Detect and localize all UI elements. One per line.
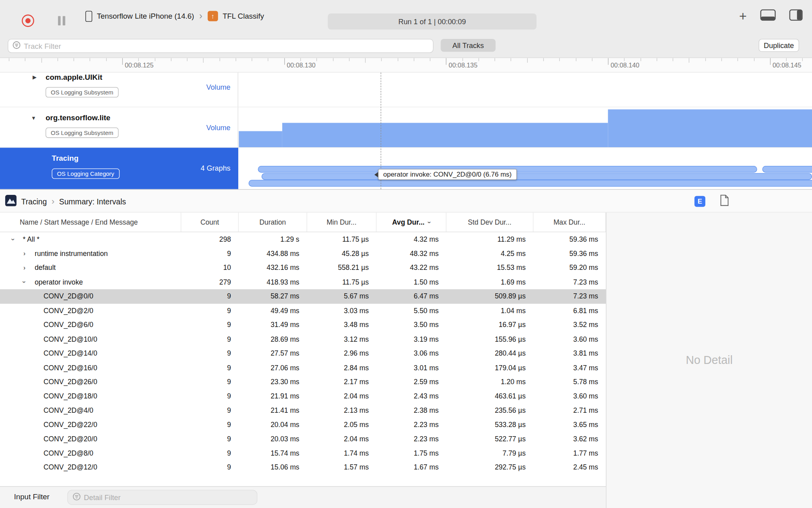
row-name-cell[interactable]: ›default: [0, 261, 181, 275]
column-header-min-dur[interactable]: Min Dur...: [307, 213, 377, 232]
record-button[interactable]: [22, 15, 34, 27]
input-filter-label[interactable]: Input Filter: [14, 493, 49, 501]
table-row[interactable]: CONV_2D@10/0928.69 ms3.12 ms3.19 ms155.9…: [0, 332, 606, 346]
row-name-cell[interactable]: ›* All *: [0, 232, 181, 246]
device-target-chooser[interactable]: Tensorflow Lite iPhone (14.6) › ↑ TFL Cl…: [86, 0, 264, 32]
row-name-cell[interactable]: ›runtime instrumentation: [0, 246, 181, 261]
column-header-max-dur[interactable]: Max Dur...: [533, 213, 606, 232]
disclosure-right-icon[interactable]: ▶: [33, 74, 36, 80]
column-header-duration[interactable]: Duration: [239, 213, 307, 232]
toggle-right-pane-button[interactable]: [789, 10, 803, 23]
toggle-bottom-pane-button[interactable]: [760, 10, 776, 23]
row-name-cell[interactable]: CONV_2D@16/0: [0, 360, 181, 375]
column-header-std-dev-dur[interactable]: Std Dev Dur...: [446, 213, 533, 232]
track-meta[interactable]: Volume: [206, 83, 230, 91]
row-name-cell[interactable]: CONV_2D@6/0: [0, 318, 181, 332]
row-avg-cell: 3.19 ms: [377, 335, 446, 343]
table-row[interactable]: CONV_2D@22/0920.04 ms2.05 ms2.23 ms533.2…: [0, 418, 606, 432]
row-name-cell[interactable]: CONV_2D@2/0: [0, 304, 181, 318]
ruler-tick: [608, 58, 609, 65]
timeline-ruler[interactable]: 00:08.12500:08.13000:08.13500:08.14000:0…: [0, 58, 812, 73]
ruler-tick: [90, 58, 90, 61]
track-filter-input[interactable]: [24, 42, 429, 50]
tensorflow-track-header[interactable]: ▼ org.tensorflow.lite OS Logging Subsyst…: [0, 107, 238, 147]
track-filter-field[interactable]: [8, 39, 434, 53]
track-row-tensorflow[interactable]: ▼ org.tensorflow.lite OS Logging Subsyst…: [0, 107, 812, 147]
row-name: operator invoke: [35, 278, 83, 286]
table-row[interactable]: CONV_2D@0/0958.27 ms5.67 ms6.47 ms509.89…: [0, 289, 606, 304]
table-row[interactable]: ›runtime instrumentation9434.88 ms45.28 …: [0, 246, 606, 261]
uikit-lane[interactable]: [239, 73, 812, 107]
sort-chevron-icon: ›: [425, 221, 433, 223]
track-row-uikit[interactable]: ▶ com.apple.UIKit OS Logging Subsystem V…: [0, 73, 812, 107]
pause-button[interactable]: [57, 16, 67, 25]
interval-bar[interactable]: [249, 180, 812, 187]
track-title: org.tensorflow.lite: [46, 114, 110, 122]
interval-bar[interactable]: [762, 166, 812, 173]
ruler-tick: [657, 58, 657, 61]
row-name-cell[interactable]: CONV_2D@12/0: [0, 460, 181, 475]
disclosure-down-icon[interactable]: ›: [8, 238, 18, 241]
row-name-cell[interactable]: CONV_2D@18/0: [0, 389, 181, 403]
row-name-cell[interactable]: CONV_2D@0/0: [0, 289, 181, 304]
table-row[interactable]: CONV_2D@26/0923.30 ms2.17 ms2.59 ms1.20 …: [0, 375, 606, 389]
row-name-cell[interactable]: CONV_2D@4/0: [0, 403, 181, 418]
table-row[interactable]: ›operator invoke279418.93 ms11.75 µs1.50…: [0, 275, 606, 289]
duplicate-button[interactable]: Duplicate: [758, 39, 799, 52]
ruler-label: 00:08.135: [449, 62, 478, 69]
row-name-cell[interactable]: ›operator invoke: [0, 275, 181, 289]
table-row[interactable]: CONV_2D@2/0949.49 ms3.03 ms5.50 ms1.04 m…: [0, 304, 606, 318]
table-row[interactable]: CONV_2D@16/0927.06 ms2.84 ms3.01 ms179.0…: [0, 360, 606, 375]
ruler-tick: [462, 58, 463, 61]
table-row[interactable]: CONV_2D@8/0915.74 ms1.74 ms1.75 ms7.79 µ…: [0, 446, 606, 460]
row-count-cell: 9: [181, 321, 239, 329]
detail-filter-field[interactable]: [67, 490, 257, 505]
table-row[interactable]: CONV_2D@12/0915.06 ms1.57 ms1.67 ms292.7…: [0, 460, 606, 475]
disclosure-right-icon[interactable]: ›: [23, 263, 26, 273]
row-name-cell[interactable]: CONV_2D@14/0: [0, 346, 181, 360]
track-row-tracing[interactable]: operator invoke: CONV_2D@0/0 (6.76 ms) T…: [0, 147, 812, 189]
row-count-cell: 9: [181, 364, 239, 372]
table-row[interactable]: ›default10432.16 ms558.21 µs43.22 ms15.5…: [0, 261, 606, 275]
track-meta[interactable]: 4 Graphs: [201, 164, 230, 172]
detail-filter-input[interactable]: [84, 493, 252, 502]
track-badge: OS Logging Category: [52, 168, 120, 179]
all-tracks-button[interactable]: All Tracks: [441, 39, 496, 52]
table-row[interactable]: ›* All *2981.29 s11.75 µs4.32 ms11.29 ms…: [0, 232, 606, 246]
breadcrumb-summary[interactable]: Summary: Intervals: [59, 197, 126, 206]
interval-bar[interactable]: [262, 173, 812, 180]
column-header-count[interactable]: Count: [181, 213, 239, 232]
tensorflow-lane[interactable]: [239, 107, 812, 147]
disclosure-right-icon[interactable]: ›: [23, 249, 26, 258]
row-name-cell[interactable]: CONV_2D@8/0: [0, 446, 181, 460]
table-row[interactable]: CONV_2D@4/0921.41 ms2.13 ms2.38 ms235.56…: [0, 403, 606, 418]
row-std-cell: 235.56 µs: [446, 406, 533, 414]
tracing-lane[interactable]: operator invoke: CONV_2D@0/0 (6.76 ms): [239, 148, 812, 189]
document-icon[interactable]: [720, 194, 730, 208]
row-name-cell[interactable]: CONV_2D@26/0: [0, 375, 181, 389]
table-row[interactable]: CONV_2D@14/0927.57 ms2.96 ms3.06 ms280.4…: [0, 346, 606, 360]
record-dot-icon: [25, 18, 31, 23]
run-info[interactable]: Run 1 of 1 | 00:00:09: [328, 13, 536, 29]
tracing-track-header[interactable]: Tracing OS Logging Category 4 Graphs: [0, 148, 238, 189]
row-avg-cell: 43.22 ms: [377, 264, 446, 272]
row-std-cell: 463.61 µs: [446, 392, 533, 400]
track-meta[interactable]: Volume: [206, 123, 230, 132]
column-header-avg-dur[interactable]: Avg Dur...›: [377, 213, 446, 232]
add-instrument-button[interactable]: +: [739, 10, 747, 23]
column-header-name-start-message-end-message[interactable]: Name / Start Message / End Message: [0, 213, 181, 232]
uikit-track-header[interactable]: ▶ com.apple.UIKit OS Logging Subsystem V…: [0, 73, 238, 107]
row-min-cell: 3.12 ms: [307, 335, 377, 343]
disclosure-down-icon[interactable]: ▼: [31, 115, 36, 121]
breadcrumb-instrument[interactable]: Tracing: [21, 197, 47, 206]
table-row[interactable]: CONV_2D@6/0931.49 ms3.48 ms3.50 ms16.97 …: [0, 318, 606, 332]
row-name-cell[interactable]: CONV_2D@22/0: [0, 418, 181, 432]
disclosure-down-icon[interactable]: ›: [20, 281, 29, 283]
row-name-cell[interactable]: CONV_2D@20/0: [0, 432, 181, 446]
track-badge: OS Logging Subsystem: [46, 87, 119, 97]
row-duration-cell: 20.03 ms: [239, 435, 307, 443]
row-name-cell[interactable]: CONV_2D@10/0: [0, 332, 181, 346]
expanded-view-icon[interactable]: E: [695, 196, 705, 207]
table-row[interactable]: CONV_2D@18/0921.91 ms2.04 ms2.43 ms463.6…: [0, 389, 606, 403]
table-row[interactable]: CONV_2D@20/0920.03 ms2.04 ms2.23 ms522.7…: [0, 432, 606, 446]
